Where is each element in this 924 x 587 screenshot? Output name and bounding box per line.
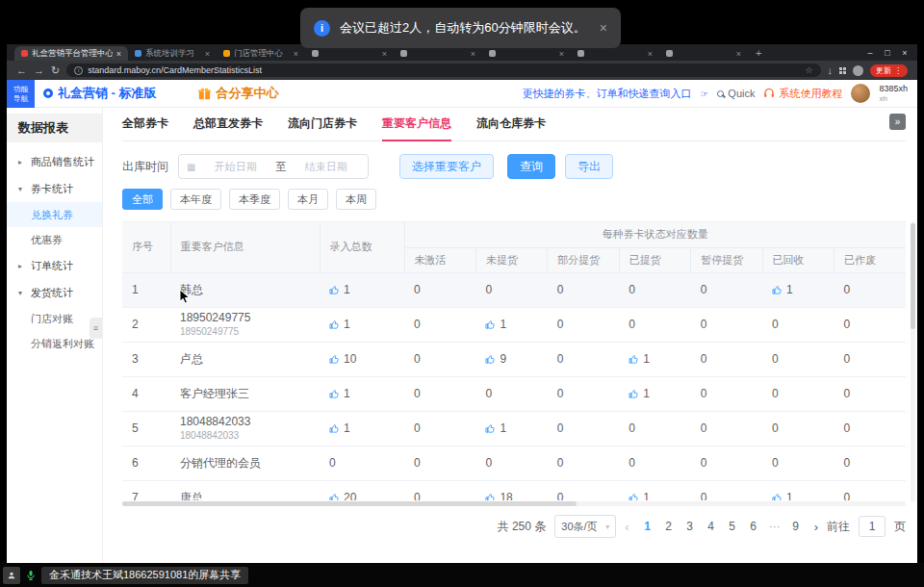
- user-avatar[interactable]: [851, 84, 870, 103]
- back-icon[interactable]: ←: [16, 65, 27, 76]
- quick-filter-chip[interactable]: 全部: [122, 189, 163, 210]
- search-button[interactable]: 查询: [507, 154, 555, 179]
- select-customer-button[interactable]: 选择重要客户: [399, 154, 494, 179]
- username: 8385xh: [879, 84, 908, 93]
- minimize-button[interactable]: –: [861, 48, 879, 58]
- tab-close-icon[interactable]: ×: [382, 49, 387, 59]
- browser-tab[interactable]: 系统培训学习×: [128, 46, 217, 61]
- content-tab[interactable]: 重要客户信息: [382, 115, 451, 141]
- sidebar-subitem[interactable]: 门店对账: [7, 306, 102, 331]
- browser-tab[interactable]: ×: [305, 46, 394, 61]
- content-tab[interactable]: 总部直发券卡: [193, 115, 263, 140]
- end-date-input[interactable]: 结束日期: [292, 160, 360, 174]
- content-tab[interactable]: 全部券卡: [122, 115, 168, 140]
- sidebar-item[interactable]: ▾券卡统计: [7, 175, 102, 202]
- count-value: 0: [701, 318, 707, 331]
- count-cell: 0: [691, 376, 762, 411]
- site-info-icon[interactable]: i: [74, 66, 83, 75]
- vertical-scrollbar-thumb[interactable]: [911, 223, 915, 329]
- quick-filter-chip[interactable]: 本月: [288, 189, 328, 210]
- next-page-button[interactable]: ›: [814, 520, 818, 534]
- extensions-icon[interactable]: [839, 67, 846, 74]
- content-tab[interactable]: 流向门店券卡: [288, 115, 357, 140]
- forward-icon[interactable]: →: [34, 65, 44, 76]
- tab-close-icon[interactable]: ×: [648, 49, 653, 59]
- page-number[interactable]: 2: [659, 520, 679, 533]
- card-count-icon: [329, 319, 340, 330]
- tab-close-icon[interactable]: ×: [205, 49, 210, 59]
- quick-search[interactable]: Quick: [717, 88, 755, 99]
- horizontal-scrollbar-thumb[interactable]: [122, 501, 577, 506]
- tab-close-icon[interactable]: ×: [294, 49, 298, 59]
- tab-close-icon[interactable]: ×: [559, 49, 564, 59]
- update-button[interactable]: 更新 ⋮: [870, 64, 908, 77]
- sidebar-subitem[interactable]: 兑换礼券: [7, 202, 102, 227]
- page-number[interactable]: 3: [680, 520, 700, 533]
- page-number[interactable]: 9: [786, 520, 806, 533]
- sidebar-subitem[interactable]: 优惠券: [7, 227, 102, 252]
- card-count-icon: [629, 493, 639, 500]
- close-button[interactable]: ×: [896, 48, 913, 58]
- page-number[interactable]: 4: [702, 520, 721, 533]
- panel-collapse-button[interactable]: »: [889, 114, 906, 130]
- goto-page-input[interactable]: 1: [859, 516, 886, 537]
- browser-tab[interactable]: 门店管理中心×: [217, 46, 305, 61]
- profile-avatar[interactable]: [853, 65, 863, 76]
- quick-entry-link[interactable]: 更快捷的券卡、订单和快递查询入口: [522, 87, 691, 101]
- browser-window: 礼盒营销平台管理中心×系统培训学习×门店管理中心×××××× + – □ × ←…: [7, 44, 917, 563]
- prev-page-button[interactable]: ‹: [625, 520, 629, 534]
- sidebar-item[interactable]: ▸商品销售统计: [7, 148, 102, 175]
- start-date-input[interactable]: 开始日期: [201, 160, 270, 174]
- date-range-picker[interactable]: ▦ 开始日期 至 结束日期: [178, 154, 369, 179]
- quick-filter-chip[interactable]: 本周: [336, 189, 376, 210]
- page-number[interactable]: 5: [723, 520, 742, 533]
- sidebar-item[interactable]: ▸订单统计: [7, 252, 102, 279]
- sidebar-item[interactable]: ▾发货统计: [7, 279, 102, 306]
- quick-filter-chip[interactable]: 本年度: [170, 189, 221, 210]
- export-button[interactable]: 导出: [565, 154, 613, 179]
- download-icon[interactable]: ↓: [828, 65, 834, 76]
- count-value: 0: [629, 421, 635, 435]
- browser-tab[interactable]: ×: [659, 46, 748, 61]
- browser-tab[interactable]: ×: [482, 46, 571, 61]
- tab-title: 礼盒营销平台管理中心: [32, 48, 113, 60]
- content-tabs: 全部券卡总部直发券卡流向门店券卡重要客户信息流向仓库券卡»: [122, 115, 906, 141]
- maximize-button[interactable]: □: [879, 48, 896, 58]
- share-center-link[interactable]: 合分享中心: [197, 85, 279, 102]
- page-size-select[interactable]: 30条/页 ▾: [554, 515, 616, 538]
- sidebar-collapse-handle[interactable]: ≡: [90, 318, 102, 339]
- tutorial-link[interactable]: 系统使用教程: [763, 87, 842, 101]
- function-nav-button[interactable]: 功能 导航: [7, 80, 35, 108]
- page-ellipsis[interactable]: ···: [765, 520, 784, 533]
- horizontal-scrollbar[interactable]: [122, 501, 906, 506]
- meeting-banner-text: 会议已超过2人，自动转为60分钟限时会议。: [340, 19, 586, 37]
- bookmark-star-icon[interactable]: ☆: [805, 65, 812, 75]
- new-tab-button[interactable]: +: [756, 47, 761, 59]
- browser-tab[interactable]: ×: [571, 46, 659, 61]
- tab-close-icon[interactable]: ×: [471, 49, 475, 59]
- quick-filter-chip[interactable]: 本季度: [229, 189, 280, 210]
- row-number-cell: 6: [122, 446, 170, 480]
- sidebar-subitem[interactable]: 分销返利对账: [7, 331, 102, 356]
- tab-close-icon[interactable]: ×: [116, 49, 121, 59]
- content-tab[interactable]: 流向仓库券卡: [476, 115, 546, 140]
- share-status-text: 金禾通技术王斌18662591081的屏幕共享: [49, 568, 241, 582]
- tab-close-icon[interactable]: ×: [736, 49, 741, 59]
- pagination: 共 250 条 30条/页 ▾ ‹ 123456···9 › 前往 1 页: [122, 515, 906, 538]
- address-bar[interactable]: i standard.maboy.cn/CardMemberStatistics…: [66, 64, 820, 77]
- table-row: 1韩总10000010: [122, 272, 906, 307]
- browser-tab[interactable]: ×: [394, 46, 482, 61]
- window-controls: – □ ×: [861, 44, 913, 61]
- refresh-icon[interactable]: ↻: [51, 65, 60, 76]
- page-number[interactable]: 6: [744, 520, 763, 533]
- page-number[interactable]: 1: [638, 520, 657, 533]
- count-cell: 0: [475, 446, 547, 480]
- tab-favicon-icon: [489, 50, 496, 57]
- banner-close-icon[interactable]: ×: [600, 20, 607, 36]
- browser-tab[interactable]: 礼盒营销平台管理中心×: [14, 46, 128, 61]
- menu-kebab-icon[interactable]: ⋮: [894, 66, 902, 75]
- participant-icon[interactable]: [3, 567, 20, 584]
- update-button-label: 更新: [876, 65, 891, 76]
- microphone-icon[interactable]: [25, 570, 37, 581]
- vertical-scrollbar[interactable]: [911, 221, 915, 502]
